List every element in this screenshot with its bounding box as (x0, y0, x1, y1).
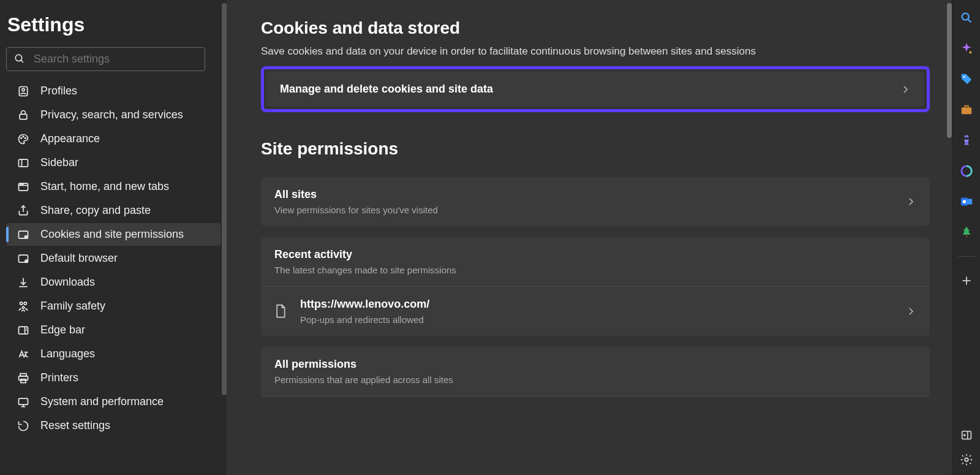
family-icon (17, 300, 29, 313)
svg-point-3 (22, 88, 24, 91)
sidebar-item-start-home-and-new-tabs[interactable]: Start, home, and new tabs (6, 175, 221, 198)
svg-rect-39 (961, 107, 971, 114)
cookies-heading: Cookies and data stored (261, 18, 930, 38)
svg-line-36 (968, 20, 971, 23)
all-permissions-row: All permissions Permissions that are app… (261, 347, 930, 396)
site-permissions-heading: Site permissions (261, 139, 930, 159)
download-icon (17, 276, 29, 289)
sidebar-scrollbar[interactable] (222, 3, 227, 395)
reset-icon (17, 420, 29, 432)
svg-point-0 (15, 55, 21, 61)
document-icon (274, 304, 287, 319)
svg-rect-44 (966, 235, 967, 238)
sidebar-item-label: Profiles (40, 85, 77, 97)
sidebar-item-label: Printers (40, 371, 78, 384)
all-sites-desc: View permissions for sites you've visite… (274, 205, 905, 215)
divider (261, 396, 930, 397)
right-icon-bar (952, 0, 980, 475)
settings-main: Cookies and data stored Save cookies and… (227, 0, 952, 475)
svg-rect-32 (19, 398, 28, 405)
edgebar-icon (17, 324, 29, 336)
briefcase-icon[interactable] (960, 103, 973, 116)
manage-cookies-row[interactable]: Manage and delete cookies and site data (266, 72, 924, 107)
settings-sidebar: Settings ProfilesPrivacy, search, and se… (0, 0, 227, 475)
search-settings[interactable] (6, 47, 205, 71)
svg-point-37 (969, 51, 971, 54)
sidebar-item-sidebar[interactable]: Sidebar (6, 151, 221, 174)
svg-line-1 (21, 60, 23, 63)
search-icon[interactable] (960, 11, 973, 25)
sidebar-item-label: Start, home, and new tabs (40, 180, 169, 193)
sidebar-item-label: Languages (40, 348, 95, 360)
language-icon (17, 348, 29, 360)
sidebar-item-system-and-performance[interactable]: System and performance (6, 390, 221, 413)
sidebar-item-printers[interactable]: Printers (6, 367, 221, 389)
sidebar-item-label: Family safety (40, 300, 105, 313)
svg-point-49 (965, 458, 968, 462)
svg-point-23 (24, 302, 26, 304)
sidebar-item-downloads[interactable]: Downloads (6, 271, 221, 294)
svg-point-35 (962, 13, 968, 20)
sidebar-item-label: Share, copy and paste (40, 204, 151, 217)
recent-activity-title: Recent activity (274, 248, 916, 261)
user-icon (17, 85, 29, 97)
office-icon[interactable] (960, 164, 973, 178)
recent-entry-status: Pop-ups and redirects allowed (300, 314, 905, 325)
palette-icon (17, 133, 29, 145)
recent-activity-entry[interactable]: https://www.lenovo.com/ Pop-ups and redi… (261, 287, 930, 336)
share-icon (17, 205, 29, 217)
tree-icon[interactable] (960, 226, 973, 239)
search-input[interactable] (34, 53, 197, 66)
chevron-right-icon (900, 84, 911, 95)
printer-icon (17, 372, 29, 384)
sidebar-item-default-browser[interactable]: Default browser (6, 247, 221, 270)
outlook-icon[interactable] (960, 195, 973, 208)
svg-point-13 (21, 184, 22, 184)
svg-point-7 (25, 137, 26, 139)
svg-point-14 (23, 184, 23, 184)
search-icon (14, 53, 25, 66)
sidebar-item-privacy-search-and-services[interactable]: Privacy, search, and services (6, 104, 221, 126)
sidebar-item-label: Edge bar (40, 324, 85, 336)
svg-rect-4 (20, 114, 27, 119)
panel-icon[interactable] (960, 428, 973, 442)
sidebar-item-label: Sidebar (40, 156, 78, 169)
manage-cookies-label: Manage and delete cookies and site data (280, 83, 900, 96)
plus-icon[interactable] (960, 274, 973, 287)
sidebar-icon (17, 157, 29, 169)
main-scrollbar[interactable] (947, 3, 952, 138)
svg-point-12 (20, 184, 21, 184)
sidebar-item-family-safety[interactable]: Family safety (6, 295, 221, 317)
recent-entry-url: https://www.lenovo.com/ (300, 298, 905, 311)
sidebar-item-label: Cookies and site permissions (40, 228, 184, 241)
sidebar-item-label: Downloads (40, 276, 95, 289)
sidebar-item-label: Appearance (40, 132, 100, 145)
sidebar-item-reset-settings[interactable]: Reset settings (6, 414, 221, 437)
chess-icon[interactable] (960, 134, 973, 147)
all-sites-row[interactable]: All sites View permissions for sites you… (261, 177, 930, 226)
cookies-subtext: Save cookies and data on your device in … (261, 45, 930, 58)
highlighted-row-frame: Manage and delete cookies and site data (261, 66, 930, 112)
sidebar-item-label: Privacy, search, and services (40, 108, 183, 121)
sidebar-item-cookies-and-site-permissions[interactable]: Cookies and site permissions (6, 223, 221, 246)
recent-activity-header: Recent activity The latest changes made … (261, 237, 930, 286)
browser-icon (17, 253, 29, 265)
chevron-right-icon (905, 196, 916, 207)
sidebar-item-label: Default browser (40, 252, 118, 265)
sidebar-item-languages[interactable]: Languages (6, 343, 221, 365)
rightbar-divider (958, 256, 975, 257)
sidebar-item-share-copy-and-paste[interactable]: Share, copy and paste (6, 199, 221, 222)
lock-icon (17, 109, 29, 121)
cookie-icon (17, 229, 29, 241)
tag-icon[interactable] (960, 72, 973, 86)
svg-point-43 (962, 200, 966, 203)
sidebar-item-appearance[interactable]: Appearance (6, 127, 221, 150)
gear-icon[interactable] (960, 453, 973, 466)
all-permissions-desc: Permissions that are applied across all … (274, 374, 916, 385)
svg-point-24 (22, 306, 24, 308)
sidebar-item-edge-bar[interactable]: Edge bar (6, 319, 221, 341)
sparkle-icon[interactable] (960, 42, 973, 55)
home-tab-icon (17, 181, 29, 193)
all-permissions-title: All permissions (274, 358, 916, 371)
sidebar-item-profiles[interactable]: Profiles (6, 80, 221, 102)
